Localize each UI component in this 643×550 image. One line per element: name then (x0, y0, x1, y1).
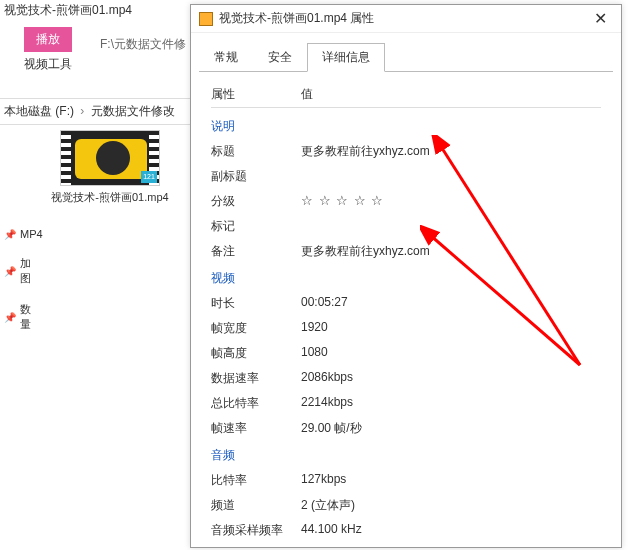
bg-path-text: F:\元数据文件修 (100, 36, 186, 53)
file-item[interactable]: 121 视觉技术-煎饼画01.mp4 (30, 130, 190, 204)
dialog-title: 视觉技术-煎饼画01.mp4 属性 (219, 10, 374, 27)
table-row: 标记 (211, 214, 601, 239)
section-media: 媒体 (211, 543, 601, 550)
table-row: 帧高度1080 (211, 341, 601, 366)
breadcrumb-disk[interactable]: 本地磁盘 (F:) (4, 104, 74, 118)
section-audio: 音频 (211, 441, 601, 468)
thumb-badge-icon: 121 (141, 171, 157, 183)
sidebar-item-image[interactable]: 📌加图 (0, 248, 34, 294)
sidebar-item-qty[interactable]: 📌数量 (0, 294, 34, 340)
properties-list[interactable]: 说明 标题更多教程前往yxhyz.com 副标题 分级☆ ☆ ☆ ☆ ☆ 标记 … (211, 112, 601, 550)
pin-icon: 📌 (4, 312, 16, 323)
breadcrumb-folder[interactable]: 元数据文件修改 (91, 104, 175, 118)
tab-security[interactable]: 安全 (253, 43, 307, 72)
table-row: 音频采样频率44.100 kHz (211, 518, 601, 543)
ribbon-videotools: 视频工具 (0, 52, 190, 73)
pin-icon: 📌 (4, 266, 16, 277)
section-description: 说明 (211, 112, 601, 139)
table-row: 备注更多教程前往yxhyz.com (211, 239, 601, 264)
tab-details[interactable]: 详细信息 (307, 43, 385, 72)
table-row: 帧宽度1920 (211, 316, 601, 341)
table-row: 分级☆ ☆ ☆ ☆ ☆ (211, 189, 601, 214)
header-property: 属性 (211, 86, 301, 103)
file-icon (199, 12, 213, 26)
table-row: 频道2 (立体声) (211, 493, 601, 518)
file-name-label: 视觉技术-煎饼画01.mp4 (30, 190, 190, 204)
table-row: 标题更多教程前往yxhyz.com (211, 139, 601, 164)
table-row: 帧速率29.00 帧/秒 (211, 416, 601, 441)
close-button[interactable]: ✕ (588, 9, 613, 28)
ribbon-play-tab[interactable]: 播放 (24, 27, 72, 52)
chevron-right-icon: › (77, 104, 87, 118)
table-row: 比特率127kbps (211, 468, 601, 493)
properties-dialog: 视觉技术-煎饼画01.mp4 属性 ✕ 常规 安全 详细信息 属性 值 说明 标… (190, 4, 622, 548)
bg-window-title: 视觉技术-煎饼画01.mp4 (0, 0, 190, 21)
table-row: 数据速率2086kbps (211, 366, 601, 391)
tab-general[interactable]: 常规 (199, 43, 253, 72)
breadcrumb[interactable]: 本地磁盘 (F:) › 元数据文件修改 (0, 98, 190, 125)
section-video: 视频 (211, 264, 601, 291)
rating-stars-icon[interactable]: ☆ ☆ ☆ ☆ ☆ (301, 193, 601, 210)
table-row: 总比特率2214kbps (211, 391, 601, 416)
table-row: 副标题 (211, 164, 601, 189)
sidebar-item-mp4[interactable]: 📌MP4 (0, 220, 34, 248)
video-thumbnail: 121 (60, 130, 160, 186)
pin-icon: 📌 (4, 229, 16, 240)
header-value: 值 (301, 86, 601, 103)
table-row: 时长00:05:27 (211, 291, 601, 316)
